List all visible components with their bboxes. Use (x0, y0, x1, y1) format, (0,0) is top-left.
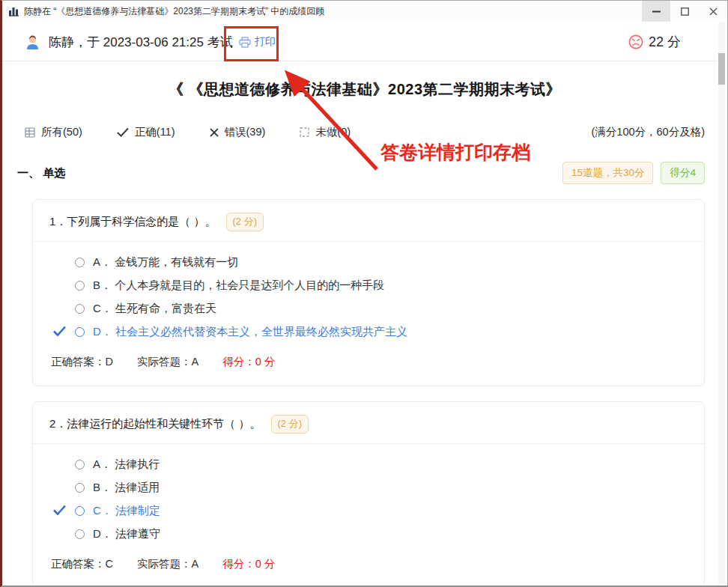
question-2-title: 2．法律运行的起始性和关键性环节（ ）。 (49, 417, 261, 431)
radio-icon (75, 506, 85, 516)
filter-undone-label: 未做(0) (315, 125, 351, 139)
bar-chart-icon (8, 6, 19, 16)
question-2-answer-line: 正确答案：C 实际答题：A 得分：0 分 (33, 546, 704, 587)
window-controls (642, 1, 727, 22)
user-exam-line: 陈静，于 2023-03-06 21:25 考试 (49, 34, 233, 51)
filter-wrong-label: 错误(39) (225, 125, 266, 139)
x-icon (210, 128, 219, 137)
question-2-options: A． 法律执行 B． 法律适用 C． 法律制定 D． 法律遵守 (33, 444, 704, 546)
option-c: C． 生死有命，富贵在天 (48, 297, 689, 320)
question-card-1: 1．下列属于科学信念的是（ ）。 (2 分) A． 金钱万能，有钱就有一切 B．… (32, 199, 705, 386)
exam-title: 《 《思想道德修养与法律基础》2023第二学期期末考试》 (2, 79, 727, 100)
radio-icon (75, 529, 85, 539)
option-b: B． 法律适用 (48, 476, 689, 499)
close-button[interactable] (699, 1, 727, 22)
print-label: 打印 (255, 35, 276, 49)
filter-correct-label: 正确(11) (135, 125, 175, 139)
window-title: 陈静在 “《思想道德修养与法律基础》2023第二学期期末考试” 中的成绩回顾 (24, 5, 324, 18)
radio-icon (75, 258, 85, 267)
pass-note: (满分100分，60分及格) (592, 125, 705, 139)
section-score-badge: 得分4 (661, 162, 705, 184)
points-badge: (2 分) (226, 213, 264, 231)
check-icon (117, 127, 129, 137)
titlebar: 陈静在 “《思想道德修养与法律基础》2023第二学期期末考试” 中的成绩回顾 (2, 1, 727, 22)
option-b-text: B． 个人本身就是目的，社会只是达到个人目的的一种手段 (93, 279, 384, 293)
question-1-header: 1．下列属于科学信念的是（ ）。 (2 分) (33, 200, 704, 242)
option-d-correct: D． 社会主义必然代替资本主义，全世界最终必然实现共产主义 (48, 320, 689, 344)
option-a-text: A． 法律执行 (93, 457, 160, 472)
maximize-button[interactable] (670, 1, 699, 22)
radio-icon (75, 304, 85, 314)
points-badge: (2 分) (271, 415, 309, 434)
filter-row: 所有(50) 正确(11) 错误(39) 未做(0) (满分100分，60分及格… (2, 125, 727, 139)
radio-icon (75, 327, 85, 337)
scrollbar-thumb[interactable] (718, 53, 725, 85)
sad-face-icon (628, 34, 643, 49)
option-d-text: D． 社会主义必然代替资本主义，全世界最终必然实现共产主义 (93, 325, 407, 339)
option-b-text: B． 法律适用 (93, 481, 160, 495)
actual-answer: 实际答题：A (137, 557, 198, 571)
correct-check-icon (53, 505, 66, 517)
filter-all[interactable]: 所有(50) (25, 125, 82, 139)
dashed-square-icon (300, 127, 309, 137)
close-icon (709, 7, 718, 16)
actual-answer: 实际答题：A (137, 355, 198, 369)
minimize-icon (652, 7, 661, 16)
score-value: 22 分 (649, 33, 681, 51)
grade-review-window: 陈静在 “《思想道德修养与法律基础》2023第二学期期末考试” 中的成绩回顾 陈… (0, 0, 728, 587)
radio-icon (75, 483, 85, 493)
avatar (25, 34, 40, 50)
question-count-badge: 15道题，共30分 (562, 162, 654, 184)
option-d: D． 法律遵守 (48, 523, 689, 546)
option-c-text: C． 法律制定 (93, 504, 160, 518)
question-1-title: 1．下列属于科学信念的是（ ）。 (49, 215, 216, 229)
correct-answer: 正确答案：D (51, 355, 113, 369)
review-header: 陈静，于 2023-03-06 21:25 考试 打印 22 分 (2, 22, 717, 61)
section-title: 一、 单选 (17, 166, 65, 180)
option-c-text: C． 生死有命，富贵在天 (93, 302, 216, 316)
radio-icon (75, 460, 85, 469)
option-d-text: D． 法律遵守 (93, 527, 160, 541)
correct-answer: 正确答案：C (51, 557, 113, 571)
vertical-scrollbar[interactable] (718, 22, 725, 584)
minimize-button[interactable] (642, 1, 670, 22)
question-card-2: 2．法律运行的起始性和关键性环节（ ）。 (2 分) A． 法律执行 B． 法律… (32, 401, 705, 587)
option-a-text: A． 金钱万能，有钱就有一切 (93, 255, 238, 270)
option-b: B． 个人本身就是目的，社会只是达到个人目的的一种手段 (48, 274, 689, 297)
correct-check-icon (53, 326, 66, 338)
question-1-options: A． 金钱万能，有钱就有一切 B． 个人本身就是目的，社会只是达到个人目的的一种… (33, 242, 704, 344)
question-1-answer-line: 正确答案：D 实际答题：A 得分：0 分 (33, 344, 704, 386)
filter-undone[interactable]: 未做(0) (300, 125, 351, 139)
question-score: 得分：0 分 (222, 557, 275, 571)
filter-wrong[interactable]: 错误(39) (210, 125, 266, 139)
question-score: 得分：0 分 (222, 355, 275, 369)
all-list-icon (25, 127, 35, 138)
total-score: 22 分 (628, 33, 700, 51)
section-row: 一、 单选 15道题，共30分 得分4 (2, 139, 727, 184)
filter-correct[interactable]: 正确(11) (117, 125, 175, 139)
option-a: A． 金钱万能，有钱就有一切 (48, 251, 689, 274)
print-button[interactable]: 打印 (239, 35, 276, 49)
option-c-correct: C． 法律制定 (48, 499, 689, 523)
printer-icon (239, 37, 251, 48)
filter-all-label: 所有(50) (41, 125, 82, 139)
radio-icon (75, 281, 85, 291)
maximize-icon (681, 7, 689, 16)
option-a: A． 法律执行 (48, 453, 689, 476)
section-badges: 15道题，共30分 得分4 (562, 162, 705, 184)
question-2-header: 2．法律运行的起始性和关键性环节（ ）。 (2 分) (33, 402, 704, 444)
